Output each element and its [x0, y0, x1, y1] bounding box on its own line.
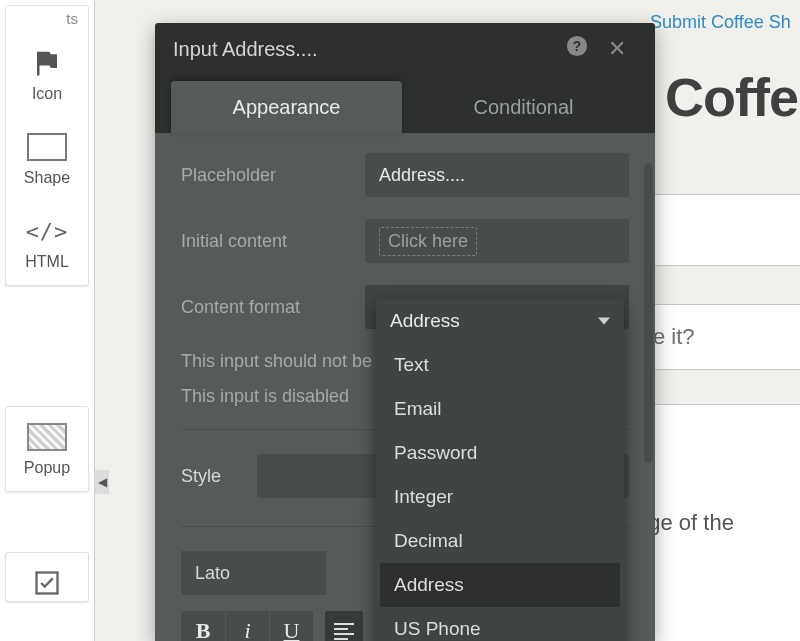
- panel-header: Input Address.... ? ✕: [155, 23, 655, 75]
- palette-item-html[interactable]: </> HTML: [6, 201, 88, 285]
- popup-icon: [22, 419, 72, 455]
- underline-button[interactable]: U: [269, 611, 313, 641]
- row-placeholder: Placeholder Address....: [181, 153, 629, 197]
- flag-icon: [22, 45, 72, 81]
- placeholder-input[interactable]: Address....: [365, 153, 629, 197]
- align-left-button[interactable]: [325, 611, 363, 641]
- content-format-dropdown: Address Text Email Password Integer Deci…: [376, 299, 624, 641]
- panel-title: Input Address....: [173, 38, 557, 61]
- dropdown-option-usphone[interactable]: US Phone: [380, 607, 620, 641]
- content-format-label: Content format: [181, 297, 349, 318]
- collapse-caret[interactable]: ◀: [95, 470, 109, 494]
- palette-item-label: HTML: [25, 253, 69, 271]
- palette-box-inputs: [5, 552, 89, 602]
- scrollbar[interactable]: [644, 163, 653, 463]
- dropdown-selected-value: Address: [390, 310, 460, 332]
- bold-button[interactable]: B: [181, 611, 225, 641]
- style-label: Style: [181, 466, 241, 487]
- palette-item-label: Shape: [24, 169, 70, 187]
- palette-item-checkbox[interactable]: [6, 553, 88, 601]
- font-select[interactable]: Lato: [181, 551, 326, 595]
- dropdown-option-text[interactable]: Text: [380, 343, 620, 387]
- right-content: Submit Coffee Sh: [650, 0, 800, 33]
- dropdown-option-email[interactable]: Email: [380, 387, 620, 431]
- text-input-box[interactable]: [648, 194, 800, 266]
- palette-box-containers: Popup: [5, 406, 89, 492]
- placeholder-label: Placeholder: [181, 165, 349, 186]
- code-icon: </>: [22, 213, 72, 249]
- help-button[interactable]: ?: [557, 35, 597, 63]
- palette-item-label: Icon: [32, 85, 62, 103]
- palette-header: ts: [6, 6, 88, 33]
- italic-button[interactable]: i: [225, 611, 269, 641]
- align-left-icon: [334, 623, 354, 640]
- panel-tabs: Appearance Conditional: [155, 75, 655, 133]
- dropdown-option-address[interactable]: Address: [380, 563, 620, 607]
- tab-conditional[interactable]: Conditional: [408, 81, 639, 133]
- font-value: Lato: [195, 563, 230, 584]
- close-button[interactable]: ✕: [597, 36, 637, 62]
- select-box-text: e it?: [653, 324, 695, 350]
- palette-item-shape[interactable]: Shape: [6, 117, 88, 201]
- chevron-down-icon: [598, 318, 610, 325]
- dropdown-option-password[interactable]: Password: [380, 431, 620, 475]
- palette-item-icon[interactable]: Icon: [6, 33, 88, 117]
- dropdown-option-decimal[interactable]: Decimal: [380, 519, 620, 563]
- row-initial-content: Initial content Click here: [181, 219, 629, 263]
- initial-content-input[interactable]: Click here: [365, 219, 629, 263]
- palette-item-popup[interactable]: Popup: [6, 407, 88, 491]
- palette-box-elements: ts Icon Shape </> HTML: [5, 5, 89, 286]
- tab-appearance[interactable]: Appearance: [171, 81, 402, 133]
- biu-group: B i U: [181, 611, 313, 641]
- dropdown-selected[interactable]: Address: [376, 299, 624, 343]
- initial-content-label: Initial content: [181, 231, 349, 252]
- svg-text:?: ?: [573, 39, 581, 54]
- select-box[interactable]: e it? ▲▼: [648, 304, 800, 370]
- rect-icon: [22, 129, 72, 165]
- palette: ts Icon Shape </> HTML Popup: [0, 0, 95, 641]
- initial-content-value: Click here: [379, 227, 477, 256]
- dropdown-option-integer[interactable]: Integer: [380, 475, 620, 519]
- palette-item-label: Popup: [24, 459, 70, 477]
- checkbox-icon: [22, 565, 72, 601]
- page-title: Coffe: [665, 66, 798, 128]
- submit-link[interactable]: Submit Coffee Sh: [650, 0, 800, 33]
